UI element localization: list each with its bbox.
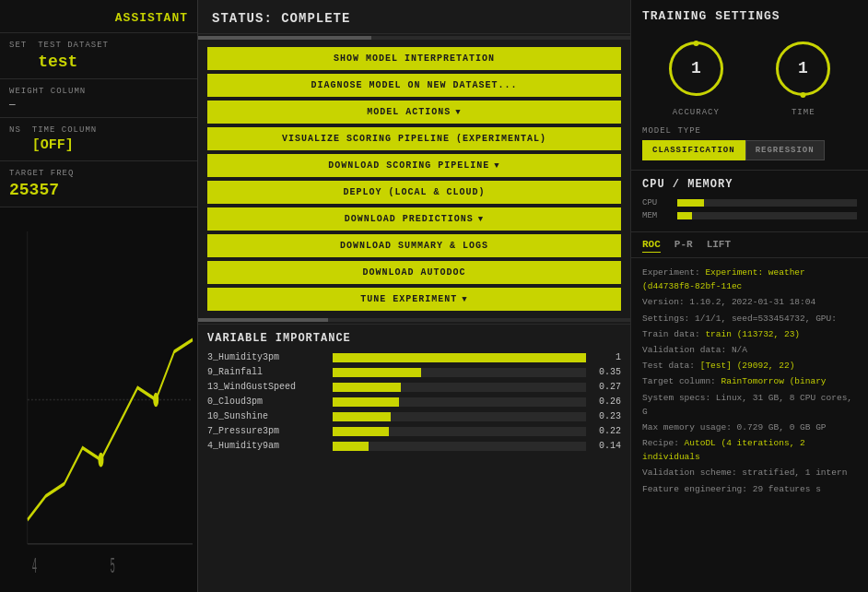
accuracy-dial-container: 1 ACCURACY <box>662 34 731 117</box>
top-scrollbar[interactable] <box>198 36 630 40</box>
test-dataset-value: test <box>38 53 109 71</box>
model-actions-arrow: ▼ <box>455 108 461 117</box>
lift-tab[interactable]: LIFT <box>707 237 731 253</box>
vi-bar-container-4 <box>333 412 586 421</box>
svg-point-14 <box>801 92 806 98</box>
variable-importance-section: VARIABLE IMPORTANCE 3_Humidity3pm 1 9_Ra… <box>198 324 630 592</box>
svg-text:4: 4 <box>32 554 37 578</box>
weight-column-value: — <box>9 99 188 110</box>
exp-system: System specs: Linux, 31 GB, 8 CPU cores,… <box>642 391 857 419</box>
vi-bar-container-3 <box>333 397 586 407</box>
visualize-button[interactable]: VISUALIZE SCORING PIPELINE (EXPERIMENTAL… <box>207 127 621 150</box>
regression-button[interactable]: REGRESSION <box>745 140 825 160</box>
experiment-info: Experiment: Experiment: weather (d44738f… <box>631 258 868 592</box>
vi-label-5: 7_Pressure3pm <box>207 426 327 436</box>
vi-bar-5 <box>333 427 389 436</box>
vi-value-4: 0.23 <box>592 411 621 421</box>
mem-label: MEM <box>642 211 670 220</box>
vi-bar-container-1 <box>333 368 586 377</box>
download-predictions-button[interactable]: DOWNLOAD PREDICTIONS ▼ <box>207 207 621 231</box>
cpu-row: CPU <box>642 198 857 207</box>
exp-train: Train data: train (113732, 23) <box>642 327 857 341</box>
time-dial-container: 1 TIME <box>768 34 838 117</box>
diagnose-button[interactable]: DIAGNOSE MODEL ON NEW DATASET... <box>207 74 621 97</box>
time-column-value: [OFF] <box>32 137 97 153</box>
exp-version: Version: 1.10.2, 2022-01-31 18:04 <box>642 295 857 309</box>
svg-point-5 <box>99 453 104 468</box>
target-freq-section: TARGET FREQ 25357 <box>0 160 197 207</box>
vi-label-0: 3_Humidity3pm <box>207 352 327 362</box>
svg-point-10 <box>693 41 698 46</box>
classification-button[interactable]: CLASSIFICATION <box>642 140 745 160</box>
vi-row-1: 9_Rainfall 0.35 <box>207 367 621 377</box>
dials-row: 1 ACCURACY 1 TIME <box>642 34 857 117</box>
cpu-memory-section: CPU / MEMORY CPU MEM <box>631 171 868 232</box>
svg-text:1: 1 <box>691 59 701 77</box>
download-summary-button[interactable]: DOWNLOAD SUMMARY & LOGS <box>207 234 621 257</box>
time-column-label: TIME COLUMN <box>32 125 97 135</box>
vi-value-1: 0.35 <box>592 367 621 377</box>
svg-text:5: 5 <box>110 554 114 578</box>
model-actions-button[interactable]: MODEL ACTIONS ▼ <box>207 101 621 124</box>
sidebar: ASSISTANT SET TEST DATASET test WEIGHT C… <box>0 0 198 592</box>
exp-target-value: RainTomorrow (binary <box>721 376 827 386</box>
download-scoring-button[interactable]: DOWNLOAD SCORING PIPELINE ▼ <box>207 154 621 177</box>
weight-column-section: WEIGHT COLUMN — <box>0 78 197 117</box>
cpu-memory-title: CPU / MEMORY <box>642 178 857 191</box>
show-model-button[interactable]: SHOW MODEL INTERPRETATION <box>207 47 621 70</box>
exp-experiment-value: Experiment: weather (d44738f8-82bf-11ec <box>642 267 805 291</box>
exp-validation: Validation data: N/A <box>642 343 857 357</box>
download-autodoc-button[interactable]: DOWNLOAD AUTODOC <box>207 261 621 284</box>
vi-row-5: 7_Pressure3pm 0.22 <box>207 426 621 436</box>
tune-experiment-button[interactable]: TUNE EXPERIMENT ▼ <box>207 288 621 311</box>
vi-row-3: 0_Cloud3pm 0.26 <box>207 397 621 407</box>
dataset-section: SET TEST DATASET test <box>0 32 197 78</box>
vi-value-5: 0.22 <box>592 426 621 436</box>
exp-target: Target column: RainTomorrow (binary <box>642 374 857 388</box>
vi-label-6: 4_Humidity9am <box>207 441 327 451</box>
weight-column-label: WEIGHT COLUMN <box>9 87 188 96</box>
action-buttons: SHOW MODEL INTERPRETATION DIAGNOSE MODEL… <box>198 41 630 316</box>
sidebar-chart: 4 5 <box>0 207 197 592</box>
exp-train-value: train (113732, 23) <box>705 329 800 339</box>
vi-row-2: 13_WindGustSpeed 0.27 <box>207 382 621 392</box>
dataset-label: SET <box>9 41 27 50</box>
svg-text:1: 1 <box>798 59 808 77</box>
ns-label: NS <box>9 125 21 135</box>
vi-value-2: 0.27 <box>592 382 621 392</box>
exp-recipe: Recipe: AutoDL (4 iterations, 2 individu… <box>642 436 857 464</box>
assistant-label: ASSISTANT <box>0 0 197 32</box>
vi-row-6: 4_Humidity9am 0.14 <box>207 441 621 451</box>
mid-scrollbar[interactable] <box>198 318 630 322</box>
training-settings-title: TRAINING SETTINGS <box>642 9 857 23</box>
deploy-button[interactable]: DEPLOY (LOCAL & CLOUD) <box>207 181 621 204</box>
vi-bar-container-6 <box>333 442 586 451</box>
exp-experiment: Experiment: Experiment: weather (d44738f… <box>642 266 857 293</box>
vi-bar-2 <box>333 383 401 392</box>
accuracy-dial-svg: 1 <box>662 34 731 103</box>
vi-label-2: 13_WindGustSpeed <box>207 382 327 392</box>
download-predictions-arrow: ▼ <box>478 215 484 224</box>
vi-bar-container-2 <box>333 383 586 392</box>
target-freq-value: 25357 <box>9 181 188 199</box>
vi-row-0: 3_Humidity3pm 1 <box>207 352 621 362</box>
download-scoring-arrow: ▼ <box>494 161 499 171</box>
vi-value-6: 0.14 <box>592 441 621 451</box>
vi-value-3: 0.26 <box>592 397 621 407</box>
main-content: STATUS: COMPLETE SHOW MODEL INTERPRETATI… <box>198 0 630 592</box>
exp-settings: Settings: 1/1/1, seed=533454732, GPU: <box>642 312 857 326</box>
model-type-buttons: CLASSIFICATION REGRESSION <box>642 140 857 160</box>
vi-label-3: 0_Cloud3pm <box>207 397 327 407</box>
time-dial-svg: 1 <box>768 34 838 103</box>
training-settings: TRAINING SETTINGS 1 ACCURACY <box>631 0 868 171</box>
pr-tab[interactable]: P-R <box>674 237 693 253</box>
roc-tab[interactable]: ROC <box>642 237 661 253</box>
cpu-bar <box>677 199 857 207</box>
target-freq-label: TARGET FREQ <box>9 169 188 178</box>
test-dataset-label: TEST DATASET <box>38 41 109 50</box>
status-header: STATUS: COMPLETE <box>198 0 630 34</box>
vi-bar-4 <box>333 412 391 421</box>
model-type-label: MODEL TYPE <box>642 126 857 136</box>
roc-tabs: ROC P-R LIFT <box>631 232 868 258</box>
vi-title: VARIABLE IMPORTANCE <box>207 332 621 345</box>
